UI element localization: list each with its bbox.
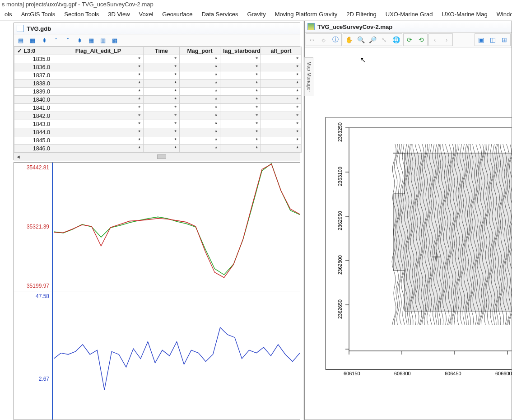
- cell[interactable]: *: [180, 136, 220, 145]
- db-table[interactable]: ✓ L3:0Flag_Alt_edit_LPTimeMag_portlag_st…: [14, 47, 300, 153]
- menu-3d-view[interactable]: 3D View: [103, 10, 134, 19]
- map-tool-select[interactable]: ↔: [307, 34, 317, 45]
- cell[interactable]: *: [53, 104, 144, 112]
- cell[interactable]: *: [53, 79, 144, 88]
- table-row[interactable]: 1839.0*****: [14, 88, 302, 96]
- db-btn-grid2[interactable]: ▥: [98, 35, 108, 45]
- cell[interactable]: *: [220, 96, 261, 104]
- col-lag_starboard[interactable]: lag_starboard: [220, 47, 261, 55]
- cell[interactable]: *: [53, 120, 144, 128]
- menu-2d-filtering[interactable]: 2D Filtering: [342, 10, 381, 19]
- menu-uxo-marine-mag[interactable]: UXO-Marine Mag: [438, 10, 492, 19]
- cell[interactable]: *: [180, 128, 220, 136]
- map-canvas[interactable]: 23632502363100236295023628002362650 6061…: [317, 49, 512, 420]
- cell[interactable]: *: [261, 88, 302, 96]
- scroll-thumb[interactable]: [157, 154, 166, 159]
- cell[interactable]: *: [261, 112, 302, 120]
- table-row[interactable]: 1835.0*****: [14, 55, 302, 63]
- map-tool-refresh2[interactable]: ⟲: [416, 34, 427, 45]
- map-layout-2[interactable]: ◫: [487, 34, 498, 45]
- cell[interactable]: *: [261, 55, 302, 63]
- table-row[interactable]: 1843.0*****: [14, 120, 302, 128]
- menu-geosurface[interactable]: Geosurface: [158, 10, 197, 19]
- map-layout-1[interactable]: ▣: [475, 34, 486, 45]
- map-window-title[interactable]: TVG_uceSurveyCov-2.map: [305, 21, 512, 33]
- cell[interactable]: *: [220, 88, 261, 96]
- cell[interactable]: *: [144, 63, 180, 71]
- map-tool-zoombox[interactable]: 🔍: [355, 34, 366, 45]
- db-btn-top[interactable]: ⇞: [39, 35, 49, 45]
- cell[interactable]: *: [53, 128, 144, 136]
- cell[interactable]: *: [220, 145, 261, 153]
- cell[interactable]: *: [261, 145, 302, 153]
- cell[interactable]: *: [144, 128, 180, 136]
- profile-bottom[interactable]: 47.58 2.67: [14, 291, 300, 420]
- cell[interactable]: *: [180, 104, 220, 112]
- menu-window[interactable]: Window: [492, 10, 512, 19]
- map-tool-zoom[interactable]: 🔎: [367, 34, 378, 45]
- db-btn-up[interactable]: ˄: [51, 35, 61, 45]
- cell[interactable]: *: [144, 88, 180, 96]
- cell[interactable]: *: [144, 96, 180, 104]
- map-body[interactable]: Map Manager ↖ 23632502363100236295023628…: [305, 47, 512, 420]
- table-row[interactable]: 1842.0*****: [14, 112, 302, 120]
- db-window-title[interactable]: TVG.gdb: [14, 23, 300, 34]
- cell[interactable]: *: [220, 128, 261, 136]
- table-row[interactable]: 1845.0*****: [14, 136, 302, 145]
- cell[interactable]: *: [261, 136, 302, 145]
- cell[interactable]: *: [53, 71, 144, 79]
- cell[interactable]: *: [144, 71, 180, 79]
- map-nav-back[interactable]: ‹: [429, 34, 440, 45]
- cell[interactable]: *: [180, 120, 220, 128]
- map-manager-tab[interactable]: Map Manager: [304, 57, 313, 96]
- menu-data-services[interactable]: Data Services: [197, 10, 243, 19]
- cell[interactable]: *: [180, 55, 220, 63]
- cell[interactable]: *: [180, 96, 220, 104]
- col-alt_port[interactable]: alt_port: [261, 47, 302, 55]
- menu-section-tools[interactable]: Section Tools: [60, 10, 103, 19]
- cell[interactable]: *: [220, 71, 261, 79]
- menu-moving-platform-gravity[interactable]: Moving Platform Gravity: [270, 10, 342, 19]
- cell[interactable]: *: [53, 136, 144, 145]
- table-row[interactable]: 1841.0*****: [14, 104, 302, 112]
- cell[interactable]: *: [180, 145, 220, 153]
- map-nav-fwd[interactable]: ›: [441, 34, 452, 45]
- map-tool-sun[interactable]: ☼: [318, 34, 329, 45]
- map-tool-globe[interactable]: 🌐: [391, 34, 401, 45]
- table-row[interactable]: 1836.0*****: [14, 63, 302, 71]
- cell[interactable]: *: [144, 120, 180, 128]
- table-row[interactable]: 1840.0*****: [14, 96, 302, 104]
- menu-uxo-marine-grad[interactable]: UXO-Marine Grad: [381, 10, 438, 19]
- cell[interactable]: *: [53, 63, 144, 71]
- db-btn-list[interactable]: ▤: [16, 35, 26, 45]
- cell[interactable]: *: [53, 112, 144, 120]
- cell[interactable]: *: [220, 104, 261, 112]
- cell[interactable]: *: [53, 96, 144, 104]
- cell[interactable]: *: [220, 55, 261, 63]
- col-time[interactable]: Time: [144, 47, 180, 55]
- menu-voxel[interactable]: Voxel: [135, 10, 158, 19]
- table-row[interactable]: 1846.0*****: [14, 145, 302, 153]
- cell[interactable]: *: [220, 63, 261, 71]
- cell[interactable]: *: [220, 136, 261, 145]
- cell[interactable]: *: [53, 88, 144, 96]
- cell[interactable]: *: [261, 63, 302, 71]
- table-row[interactable]: 1844.0*****: [14, 128, 302, 136]
- cell[interactable]: *: [220, 79, 261, 88]
- menu-gravity[interactable]: Gravity: [242, 10, 270, 19]
- scroll-left-icon[interactable]: ◄: [16, 154, 21, 159]
- cell[interactable]: *: [180, 63, 220, 71]
- cell[interactable]: *: [261, 120, 302, 128]
- db-btn-down[interactable]: ˅: [63, 35, 73, 45]
- db-btn-bottom[interactable]: ⇟: [74, 35, 84, 45]
- cell[interactable]: *: [220, 112, 261, 120]
- map-tool-pan[interactable]: ✋: [344, 34, 354, 45]
- db-btn-grid3[interactable]: ▩: [110, 35, 120, 45]
- cell[interactable]: *: [180, 79, 220, 88]
- cell[interactable]: *: [144, 136, 180, 145]
- map-tool-shrink[interactable]: ⤡: [379, 34, 390, 45]
- cell[interactable]: *: [261, 128, 302, 136]
- cell[interactable]: *: [144, 55, 180, 63]
- cell[interactable]: *: [180, 88, 220, 96]
- db-hscroll[interactable]: ◄: [14, 153, 300, 160]
